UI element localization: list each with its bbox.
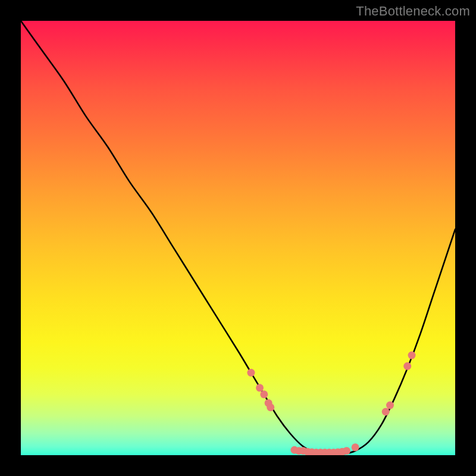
bottleneck-curve xyxy=(21,21,455,455)
curve-svg xyxy=(21,21,455,455)
data-point xyxy=(403,362,411,370)
data-point xyxy=(408,352,416,359)
data-point xyxy=(267,403,274,411)
data-point xyxy=(247,369,255,377)
data-markers xyxy=(247,352,415,455)
data-point xyxy=(260,390,268,398)
data-point xyxy=(352,443,359,451)
data-point xyxy=(256,384,264,392)
plot-area xyxy=(21,21,455,455)
watermark-text: TheBottleneck.com xyxy=(356,4,470,19)
data-point xyxy=(343,447,350,455)
data-point xyxy=(382,408,390,416)
chart-container: TheBottleneck.com xyxy=(0,0,476,476)
data-point xyxy=(386,402,394,409)
